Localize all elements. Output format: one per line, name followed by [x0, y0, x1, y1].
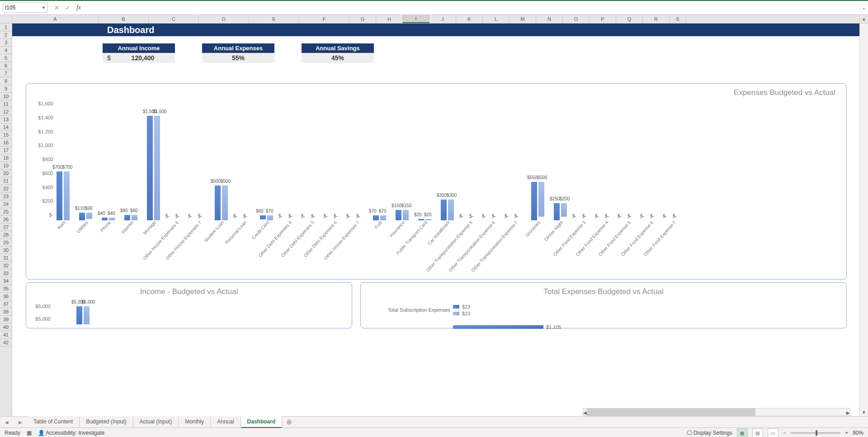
col-Q[interactable]: Q — [616, 15, 643, 23]
horizontal-scrollbar[interactable]: ◀ ▶ — [583, 408, 850, 416]
sheet-tab[interactable]: Budgeted (Input) — [80, 416, 133, 427]
row-12[interactable]: 12 — [0, 108, 12, 116]
zoom-out-button[interactable]: − — [783, 430, 786, 436]
sheet-tab[interactable]: Table of Content — [27, 416, 80, 427]
zoom-level[interactable]: 90% — [853, 430, 863, 436]
row-20[interactable]: 20 — [0, 170, 12, 177]
row-33[interactable]: 33 — [0, 270, 12, 277]
select-all-corner[interactable] — [0, 15, 12, 23]
row-32[interactable]: 32 — [0, 262, 12, 270]
row-2[interactable]: 2 — [0, 31, 12, 39]
sheet-tab[interactable]: Dashboard — [241, 416, 283, 428]
row-14[interactable]: 14 — [0, 124, 12, 131]
view-page-layout-button[interactable]: ▤ — [752, 428, 763, 437]
chart-total-expenses[interactable]: Total Expenses Budgeted vs Actual Total … — [360, 282, 847, 328]
kpi-annual-income: Annual Income $120,400 — [103, 43, 175, 63]
col-A[interactable]: A — [12, 15, 99, 23]
sheet-tab[interactable]: Monthly — [179, 416, 211, 427]
row-34[interactable]: 34 — [0, 277, 12, 285]
worksheet[interactable]: Dashboard Annual Income $120,400 Annual … — [12, 24, 859, 416]
row-30[interactable]: 30 — [0, 247, 12, 254]
view-normal-button[interactable]: ▦ — [737, 428, 748, 437]
row-28[interactable]: 28 — [0, 231, 12, 239]
row-5[interactable]: 5 — [0, 54, 12, 62]
fx-icon[interactable]: fx — [73, 2, 84, 13]
row-16[interactable]: 16 — [0, 139, 12, 147]
name-box[interactable]: I105▼ — [3, 3, 48, 13]
row-39[interactable]: 39 — [0, 316, 12, 323]
row-36[interactable]: 36 — [0, 293, 12, 300]
row-42[interactable]: 42 — [0, 339, 12, 347]
row-26[interactable]: 26 — [0, 216, 12, 223]
row-1[interactable]: 1 — [0, 24, 12, 31]
col-H[interactable]: H — [376, 15, 403, 23]
row-29[interactable]: 29 — [0, 239, 12, 247]
column-headers: ABCDEFGHIJKLMNOPQRS ▲ — [0, 15, 868, 24]
vertical-scrollbar[interactable]: ▼ — [859, 24, 868, 416]
col-C[interactable]: C — [149, 15, 199, 23]
col-R[interactable]: R — [643, 15, 670, 23]
view-page-break-button[interactable]: ▭ — [768, 428, 778, 437]
macros-icon[interactable]: ▦ — [27, 430, 32, 436]
accessibility-status[interactable]: 👤 Accessibility: Investigate — [38, 430, 105, 436]
chevron-down-icon[interactable]: ▼ — [42, 5, 46, 10]
row-11[interactable]: 11 — [0, 100, 12, 108]
row-15[interactable]: 15 — [0, 131, 12, 139]
zoom-slider[interactable] — [791, 432, 840, 434]
row-31[interactable]: 31 — [0, 254, 12, 262]
col-S[interactable]: S — [670, 15, 686, 23]
row-25[interactable]: 25 — [0, 208, 12, 216]
col-O[interactable]: O — [563, 15, 590, 23]
row-13[interactable]: 13 — [0, 116, 12, 124]
col-N[interactable]: N — [536, 15, 563, 23]
col-I[interactable]: I — [403, 15, 429, 23]
col-B[interactable]: B — [99, 15, 149, 23]
scroll-right-icon[interactable]: ▶ — [846, 408, 850, 416]
row-6[interactable]: 6 — [0, 62, 12, 70]
col-K[interactable]: K — [456, 15, 483, 23]
row-27[interactable]: 27 — [0, 223, 12, 231]
sheet-tab[interactable]: Actual (Input) — [133, 416, 179, 427]
row-22[interactable]: 22 — [0, 185, 12, 193]
row-41[interactable]: 41 — [0, 331, 12, 339]
chart-expenses[interactable]: Expenses Budgeted vs Actual $-$200$400$6… — [26, 83, 847, 280]
formula-input[interactable] — [84, 3, 859, 13]
row-9[interactable]: 9 — [0, 85, 12, 93]
check-icon[interactable]: ✓ — [62, 2, 73, 13]
row-38[interactable]: 38 — [0, 308, 12, 316]
col-P[interactable]: P — [590, 15, 616, 23]
display-settings-button[interactable]: 🖵 Display Settings — [687, 430, 732, 436]
scroll-down-icon[interactable]: ▼ — [860, 408, 868, 416]
row-23[interactable]: 23 — [0, 193, 12, 200]
cancel-icon[interactable]: ✕ — [52, 2, 62, 13]
scroll-left-icon[interactable]: ◀ — [583, 408, 587, 416]
row-19[interactable]: 19 — [0, 162, 12, 170]
row-3[interactable]: 3 — [0, 39, 12, 47]
col-L[interactable]: L — [483, 15, 509, 23]
col-J[interactable]: J — [429, 15, 456, 23]
row-21[interactable]: 21 — [0, 177, 12, 185]
add-sheet-button[interactable]: ⊕ — [282, 418, 296, 426]
sheet-tab[interactable]: Annual — [211, 416, 241, 427]
row-40[interactable]: 40 — [0, 323, 12, 331]
row-17[interactable]: 17 — [0, 147, 12, 154]
row-35[interactable]: 35 — [0, 285, 12, 293]
col-E[interactable]: E — [249, 15, 299, 23]
col-G[interactable]: G — [349, 15, 376, 23]
row-18[interactable]: 18 — [0, 154, 12, 162]
row-24[interactable]: 24 — [0, 200, 12, 208]
chart-income[interactable]: Income - Budgeted vs Actual $5,000$6,000… — [26, 282, 352, 328]
row-4[interactable]: 4 — [0, 47, 12, 54]
col-F[interactable]: F — [299, 15, 349, 23]
col-D[interactable]: D — [199, 15, 249, 23]
expand-formula-icon[interactable]: ⌄ — [859, 5, 868, 11]
col-M[interactable]: M — [509, 15, 536, 23]
row-10[interactable]: 10 — [0, 93, 12, 100]
zoom-in-button[interactable]: + — [845, 430, 848, 436]
page-title: Dashboard — [12, 24, 859, 36]
tab-nav[interactable]: ◀▶ — [0, 420, 27, 425]
scroll-up-icon[interactable]: ▲ — [859, 15, 868, 23]
row-7[interactable]: 7 — [0, 70, 12, 77]
row-8[interactable]: 8 — [0, 77, 12, 85]
row-37[interactable]: 37 — [0, 300, 12, 308]
